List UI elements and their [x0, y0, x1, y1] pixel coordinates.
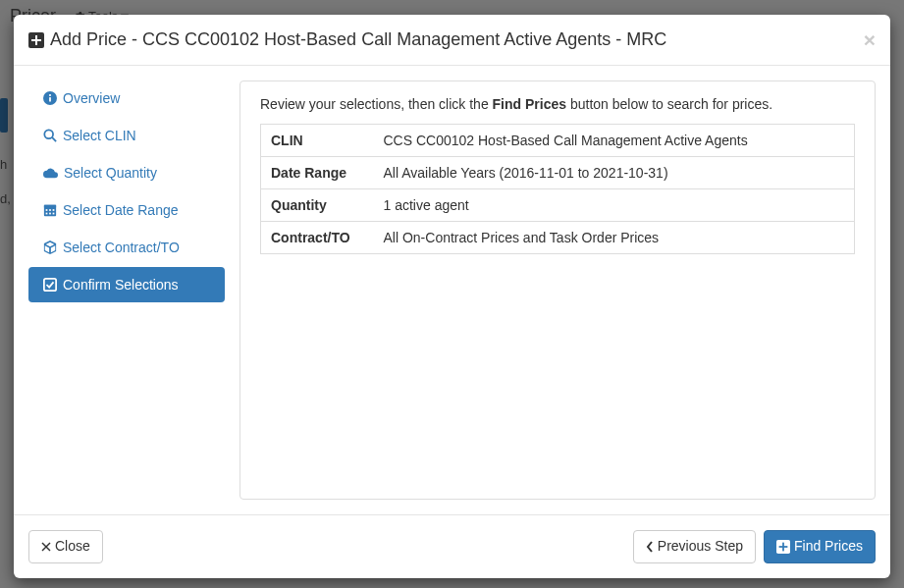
- row-value: All Available Years (2016-11-01 to 2021-…: [374, 157, 855, 189]
- close-icon: [41, 542, 51, 552]
- nav-label: Select Date Range: [63, 202, 179, 218]
- footer-right: Previous Step Find Prices: [633, 530, 876, 563]
- svg-rect-10: [46, 209, 48, 211]
- calendar-icon: [43, 203, 57, 217]
- nav-select-clin[interactable]: Select CLIN: [28, 118, 225, 153]
- svg-rect-15: [53, 213, 55, 215]
- previous-step-button[interactable]: Previous Step: [633, 530, 756, 563]
- intro-text: Review your selections, then click the F…: [260, 96, 855, 112]
- nav-label: Select Quantity: [64, 165, 157, 181]
- svg-point-5: [49, 94, 51, 96]
- svg-rect-21: [779, 546, 788, 548]
- close-button[interactable]: ×: [864, 29, 876, 50]
- add-price-modal: Add Price - CCS CC00102 Host-Based Call …: [14, 15, 890, 578]
- nav-select-contract-to[interactable]: Select Contract/TO: [28, 230, 225, 265]
- svg-point-6: [44, 130, 53, 138]
- close-footer-button[interactable]: Close: [28, 530, 103, 563]
- row-value: CCS CC00102 Host-Based Call Management A…: [374, 125, 855, 157]
- svg-line-7: [52, 137, 56, 141]
- modal-footer: Close Previous Step Find Prices: [14, 514, 890, 578]
- close-label: Close: [55, 537, 90, 557]
- table-row: CLIN CCS CC00102 Host-Based Call Managem…: [261, 125, 855, 157]
- nav-label: Confirm Selections: [63, 277, 179, 293]
- intro-suffix: button below to search for prices.: [566, 96, 772, 112]
- table-row: Quantity 1 active agent: [261, 189, 855, 222]
- row-label: CLIN: [261, 125, 374, 157]
- row-value: All On-Contract Prices and Task Order Pr…: [374, 222, 855, 254]
- find-prices-label: Find Prices: [794, 537, 863, 557]
- intro-bold: Find Prices: [493, 96, 566, 112]
- chevron-left-icon: [646, 541, 654, 553]
- intro-prefix: Review your selections, then click the: [260, 96, 493, 112]
- nav-select-quantity[interactable]: Select Quantity: [28, 155, 225, 190]
- modal-body: Overview Select CLIN Select Quantity Sel…: [14, 66, 890, 514]
- row-label: Date Range: [261, 157, 374, 189]
- svg-rect-4: [49, 97, 51, 101]
- info-circle-icon: [43, 91, 57, 105]
- nav-label: Overview: [63, 90, 120, 106]
- table-row: Date Range All Available Years (2016-11-…: [261, 157, 855, 189]
- nav-confirm-selections[interactable]: Confirm Selections: [28, 267, 225, 302]
- svg-rect-11: [49, 209, 51, 211]
- nav-label: Select CLIN: [63, 128, 136, 143]
- row-value: 1 active agent: [374, 189, 855, 222]
- nav-select-date-range[interactable]: Select Date Range: [28, 192, 225, 228]
- svg-rect-9: [44, 205, 56, 208]
- modal-title-text: Add Price - CCS CC00102 Host-Based Call …: [50, 29, 666, 50]
- modal-header: Add Price - CCS CC00102 Host-Based Call …: [14, 15, 890, 66]
- confirm-panel: Review your selections, then click the F…: [239, 80, 876, 500]
- plus-square-icon: [28, 32, 44, 48]
- row-label: Contract/TO: [261, 222, 374, 254]
- svg-rect-16: [44, 279, 56, 291]
- plus-square-icon: [776, 540, 790, 554]
- search-icon: [43, 129, 57, 142]
- row-label: Quantity: [261, 189, 374, 222]
- wizard-nav: Overview Select CLIN Select Quantity Sel…: [28, 80, 225, 500]
- svg-rect-12: [53, 209, 55, 211]
- cube-icon: [43, 241, 57, 254]
- nav-overview[interactable]: Overview: [28, 80, 225, 116]
- svg-rect-14: [49, 213, 51, 215]
- svg-rect-13: [46, 213, 48, 215]
- check-square-icon: [43, 278, 57, 292]
- nav-label: Select Contract/TO: [63, 240, 180, 255]
- previous-step-label: Previous Step: [658, 537, 743, 557]
- table-row: Contract/TO All On-Contract Prices and T…: [261, 222, 855, 254]
- modal-title: Add Price - CCS CC00102 Host-Based Call …: [28, 29, 666, 50]
- svg-rect-2: [31, 39, 41, 41]
- summary-table: CLIN CCS CC00102 Host-Based Call Managem…: [260, 124, 855, 254]
- cloud-icon: [43, 166, 58, 180]
- find-prices-button[interactable]: Find Prices: [764, 530, 876, 563]
